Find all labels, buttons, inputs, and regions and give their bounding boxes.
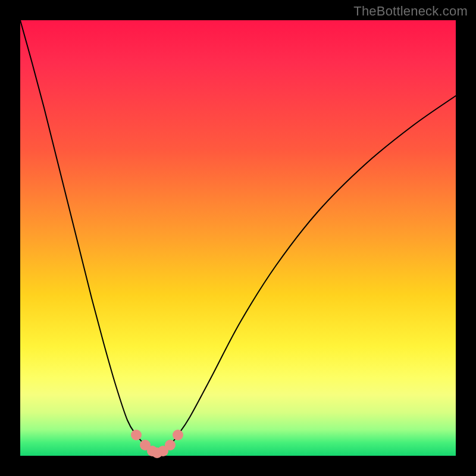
curve-marker [165,440,176,450]
bottleneck-curve [20,20,456,453]
curve-marker [131,430,142,440]
marker-group [131,430,183,458]
attribution-text: TheBottleneck.com [353,4,468,19]
plot-area [20,20,456,456]
chart-frame: TheBottleneck.com [0,0,476,476]
curve-svg [20,20,456,456]
curve-marker [173,430,183,440]
